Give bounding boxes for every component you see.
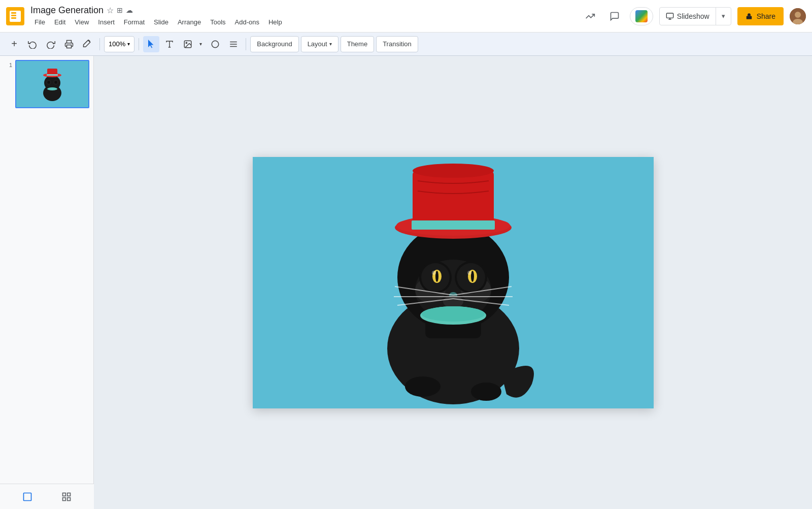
svg-rect-3 bbox=[746, 16, 752, 19]
slide-canvas[interactable] bbox=[253, 157, 654, 408]
svg-point-5 bbox=[795, 12, 801, 18]
app-logo[interactable] bbox=[6, 7, 24, 25]
zoom-label: 100% bbox=[109, 40, 125, 48]
comments-button[interactable] bbox=[605, 7, 624, 25]
svg-rect-61 bbox=[413, 171, 494, 229]
canvas-area[interactable] bbox=[94, 56, 812, 509]
topbar-right: Slideshow ▾ Share bbox=[581, 7, 806, 25]
meet-button[interactable] bbox=[630, 7, 653, 25]
image-tool[interactable] bbox=[180, 36, 196, 52]
svg-point-56 bbox=[422, 306, 485, 322]
paint-format-button[interactable] bbox=[79, 36, 95, 52]
layout-label: Layout bbox=[308, 40, 327, 48]
slideshow-dropdown[interactable]: ▾ bbox=[716, 8, 731, 25]
svg-rect-29 bbox=[62, 497, 65, 500]
svg-point-62 bbox=[413, 164, 494, 178]
cat-illustration[interactable] bbox=[253, 157, 654, 408]
share-button[interactable]: Share bbox=[737, 7, 784, 25]
slideshow-label[interactable]: Slideshow bbox=[660, 8, 716, 25]
menu-addons[interactable]: Add-ons bbox=[231, 17, 263, 27]
menu-arrange[interactable]: Arrange bbox=[174, 17, 205, 27]
svg-point-11 bbox=[186, 42, 187, 43]
menu-slide[interactable]: Slide bbox=[150, 17, 173, 27]
menu-bar: File Edit View Insert Format Slide Arran… bbox=[30, 17, 286, 27]
slide-panel-bottom bbox=[0, 484, 94, 509]
svg-rect-26 bbox=[24, 493, 31, 500]
meet-icon bbox=[635, 10, 648, 22]
doc-title[interactable]: Image Generation bbox=[30, 5, 104, 16]
print-button[interactable] bbox=[61, 36, 77, 52]
background-label: Background bbox=[257, 40, 292, 48]
doc-icons: ☆ ⊞ ☁ bbox=[107, 6, 133, 15]
presentation-icon bbox=[666, 12, 674, 20]
separator-3 bbox=[246, 38, 246, 50]
app-logo-inner bbox=[10, 11, 21, 22]
svg-rect-27 bbox=[62, 493, 65, 496]
cursor-tool[interactable] bbox=[143, 36, 159, 52]
background-button[interactable]: Background bbox=[250, 36, 298, 52]
menu-edit[interactable]: Edit bbox=[50, 17, 70, 27]
activity-button[interactable] bbox=[581, 7, 599, 25]
svg-rect-7 bbox=[67, 45, 72, 48]
layout-control: Layout ▾ bbox=[301, 36, 339, 52]
doc-title-area: Image Generation ☆ ⊞ ☁ File Edit View In… bbox=[30, 5, 286, 27]
layout-dropdown-icon: ▾ bbox=[329, 41, 332, 47]
svg-rect-20 bbox=[47, 74, 58, 76]
svg-rect-0 bbox=[666, 13, 673, 18]
svg-point-25 bbox=[47, 87, 57, 90]
layout-button[interactable]: Layout ▾ bbox=[301, 36, 339, 52]
align-tool[interactable] bbox=[225, 36, 242, 52]
doc-title-row: Image Generation ☆ ⊞ ☁ bbox=[30, 5, 286, 16]
text-tool[interactable] bbox=[161, 36, 178, 52]
grid-view-button[interactable] bbox=[58, 489, 75, 505]
svg-rect-63 bbox=[412, 220, 495, 230]
menu-insert[interactable]: Insert bbox=[94, 17, 119, 27]
menu-view[interactable]: View bbox=[71, 17, 93, 27]
drive-icon[interactable]: ⊞ bbox=[117, 6, 123, 14]
svg-point-57 bbox=[405, 376, 441, 397]
svg-point-23 bbox=[47, 81, 50, 84]
slide-panel: 1 bbox=[0, 56, 94, 509]
add-slide-button[interactable]: + bbox=[6, 36, 22, 52]
separator-2 bbox=[139, 38, 139, 50]
slide-1-container: 1 bbox=[4, 60, 89, 108]
star-icon[interactable]: ☆ bbox=[107, 6, 114, 15]
theme-label: Theme bbox=[347, 40, 367, 48]
menu-file[interactable]: File bbox=[30, 17, 49, 27]
single-view-button[interactable] bbox=[19, 489, 36, 505]
image-tool-group: ▾ bbox=[180, 36, 205, 52]
zoom-dropdown-icon: ▾ bbox=[127, 41, 130, 47]
svg-point-12 bbox=[212, 41, 219, 48]
menu-tools[interactable]: Tools bbox=[206, 17, 229, 27]
svg-rect-30 bbox=[67, 497, 70, 500]
menu-help[interactable]: Help bbox=[264, 17, 286, 27]
lock-icon bbox=[746, 13, 753, 20]
svg-point-48 bbox=[443, 296, 463, 308]
separator-1 bbox=[99, 38, 100, 50]
slide-1-thumbnail[interactable] bbox=[15, 60, 89, 108]
slideshow-button[interactable]: Slideshow ▾ bbox=[659, 7, 731, 25]
slideshow-text: Slideshow bbox=[677, 12, 709, 20]
toolbar: + 100% ▾ bbox=[0, 33, 812, 56]
image-dropdown-button[interactable]: ▾ bbox=[196, 36, 205, 52]
svg-point-58 bbox=[471, 383, 501, 401]
slide-1-number: 1 bbox=[4, 60, 12, 68]
user-avatar[interactable] bbox=[790, 8, 806, 24]
shape-tool[interactable] bbox=[207, 36, 223, 52]
theme-button[interactable]: Theme bbox=[341, 36, 374, 52]
menu-format[interactable]: Format bbox=[120, 17, 149, 27]
avatar-image bbox=[790, 8, 806, 24]
cloud-icon: ☁ bbox=[126, 6, 133, 14]
redo-button[interactable] bbox=[43, 36, 59, 52]
mini-cat-svg bbox=[37, 67, 67, 102]
top-bar: Image Generation ☆ ⊞ ☁ File Edit View In… bbox=[0, 0, 812, 33]
undo-button[interactable] bbox=[24, 36, 41, 52]
main-area: 1 bbox=[0, 56, 812, 509]
svg-rect-28 bbox=[67, 493, 70, 496]
slide-1-preview bbox=[16, 61, 88, 107]
cat-svg bbox=[329, 161, 578, 404]
svg-point-24 bbox=[54, 81, 57, 84]
svg-point-45 bbox=[432, 271, 436, 275]
zoom-control[interactable]: 100% ▾ bbox=[104, 36, 134, 52]
transition-button[interactable]: Transition bbox=[376, 36, 418, 52]
